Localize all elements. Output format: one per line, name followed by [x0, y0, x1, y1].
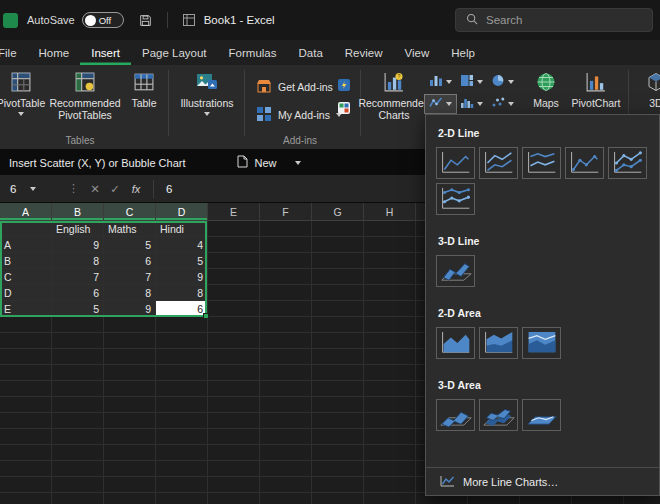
- cell[interactable]: [52, 477, 104, 493]
- cell[interactable]: [0, 317, 52, 333]
- cell[interactable]: [208, 413, 260, 429]
- 3d-area-chart-icon[interactable]: [436, 399, 475, 431]
- line-markers-chart-icon[interactable]: [565, 147, 604, 179]
- cell[interactable]: [52, 397, 104, 413]
- table-button[interactable]: Table: [124, 67, 164, 111]
- cell[interactable]: [312, 253, 364, 269]
- cell[interactable]: [104, 429, 156, 445]
- stacked-line-chart-icon[interactable]: [479, 147, 518, 179]
- cell[interactable]: [156, 429, 208, 445]
- addin-icon-2[interactable]: [338, 100, 350, 118]
- tab-home[interactable]: Home: [28, 40, 81, 65]
- insert-hierarchy-chart-button[interactable]: [455, 72, 488, 92]
- column-header-E[interactable]: E: [208, 203, 260, 220]
- cell[interactable]: E: [0, 301, 52, 317]
- enter-button[interactable]: ✓: [105, 182, 125, 196]
- cell[interactable]: [364, 317, 416, 333]
- cell[interactable]: [208, 301, 260, 317]
- cell[interactable]: [364, 285, 416, 301]
- cell[interactable]: [104, 317, 156, 333]
- cell[interactable]: [364, 221, 416, 237]
- cell[interactable]: [0, 381, 52, 397]
- stacked-line-markers-chart-icon[interactable]: [608, 147, 647, 179]
- cell[interactable]: [208, 365, 260, 381]
- cell[interactable]: [260, 445, 312, 461]
- cell[interactable]: [312, 333, 364, 349]
- cell[interactable]: [260, 493, 312, 504]
- cell[interactable]: [0, 365, 52, 381]
- cell[interactable]: [312, 413, 364, 429]
- cell[interactable]: [0, 221, 52, 237]
- cell[interactable]: [156, 397, 208, 413]
- cell[interactable]: 4: [156, 237, 208, 253]
- cell[interactable]: [208, 445, 260, 461]
- cell[interactable]: [260, 285, 312, 301]
- cell[interactable]: [0, 397, 52, 413]
- addin-icon-1[interactable]: [338, 77, 350, 95]
- insert-pie-chart-button[interactable]: [486, 72, 519, 92]
- cell[interactable]: [260, 461, 312, 477]
- cell[interactable]: 6: [156, 301, 208, 317]
- column-header-H[interactable]: H: [364, 203, 416, 220]
- cell[interactable]: [312, 429, 364, 445]
- cell[interactable]: [104, 333, 156, 349]
- autosave-toggle[interactable]: Off: [82, 12, 124, 28]
- cell[interactable]: [208, 477, 260, 493]
- cell[interactable]: English: [52, 221, 104, 237]
- cell[interactable]: [364, 365, 416, 381]
- cell[interactable]: [312, 221, 364, 237]
- cell[interactable]: [312, 493, 364, 504]
- cell[interactable]: [364, 381, 416, 397]
- tab-file[interactable]: File: [0, 40, 28, 65]
- stacked-area-chart-icon[interactable]: [479, 327, 518, 359]
- cell[interactable]: [104, 477, 156, 493]
- insert-line-chart-button[interactable]: [424, 94, 457, 114]
- cell[interactable]: [312, 269, 364, 285]
- new-button[interactable]: New: [237, 155, 300, 170]
- cell[interactable]: [260, 381, 312, 397]
- cell[interactable]: [52, 365, 104, 381]
- cell[interactable]: [52, 381, 104, 397]
- cell[interactable]: [208, 285, 260, 301]
- cell[interactable]: [208, 493, 260, 504]
- cell[interactable]: 8: [52, 253, 104, 269]
- cell[interactable]: 9: [156, 269, 208, 285]
- cell[interactable]: 9: [52, 237, 104, 253]
- cell[interactable]: [208, 221, 260, 237]
- cell[interactable]: [312, 477, 364, 493]
- cell[interactable]: [104, 381, 156, 397]
- three-d-button[interactable]: 3D: [634, 67, 660, 111]
- cell[interactable]: [104, 397, 156, 413]
- tab-insert[interactable]: Insert: [80, 40, 131, 65]
- cell[interactable]: B: [0, 253, 52, 269]
- column-header-G[interactable]: G: [312, 203, 364, 220]
- pivottable-button[interactable]: PivotTable: [0, 67, 46, 118]
- insert-column-chart-button[interactable]: [424, 72, 457, 92]
- recommended-pivottables-button[interactable]: Recommended PivotTables: [46, 67, 124, 123]
- cell[interactable]: 9: [104, 301, 156, 317]
- 100-stacked-line-markers-chart-icon[interactable]: [436, 183, 475, 215]
- 100-stacked-line-chart-icon[interactable]: [522, 147, 561, 179]
- insert-function-button[interactable]: fx: [125, 183, 147, 195]
- cell[interactable]: 8: [104, 285, 156, 301]
- cell[interactable]: 7: [104, 269, 156, 285]
- cell[interactable]: 6: [52, 285, 104, 301]
- cell[interactable]: [52, 333, 104, 349]
- cell[interactable]: [156, 477, 208, 493]
- cell[interactable]: [104, 365, 156, 381]
- cell[interactable]: [312, 461, 364, 477]
- cell[interactable]: 5: [104, 237, 156, 253]
- cell[interactable]: [208, 269, 260, 285]
- more-line-charts-item[interactable]: More Line Charts…: [426, 467, 659, 495]
- cell[interactable]: [0, 445, 52, 461]
- cell[interactable]: Maths: [104, 221, 156, 237]
- cell[interactable]: C: [0, 269, 52, 285]
- formula-content[interactable]: 6: [160, 183, 172, 195]
- cell[interactable]: [364, 413, 416, 429]
- cell[interactable]: [104, 493, 156, 504]
- cell[interactable]: [52, 413, 104, 429]
- get-addins-button[interactable]: Get Add-ins: [252, 75, 337, 99]
- maps-button[interactable]: Maps: [526, 67, 566, 111]
- cell[interactable]: [312, 381, 364, 397]
- tab-data[interactable]: Data: [288, 40, 334, 65]
